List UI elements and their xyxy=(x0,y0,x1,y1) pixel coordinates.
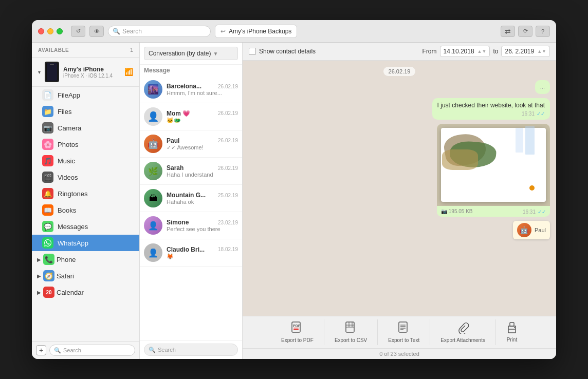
conv-search-area: 🔍 Search xyxy=(140,340,242,359)
sidebar-item-whatsapp[interactable]: WhatsApp xyxy=(32,235,139,251)
help-button[interactable]: ? xyxy=(536,26,550,37)
titlebar-search[interactable]: 🔍 Search xyxy=(108,26,211,37)
sidebar-item-label: Ringtones xyxy=(58,190,88,198)
conv-date: 25.02.19 xyxy=(218,193,238,198)
main-content: AVAILABLE 1 ▾ Amy's iPhone iPhone X · iO… xyxy=(32,43,556,359)
music-icon: 🎵 xyxy=(42,155,53,166)
search-icon: 🔍 xyxy=(54,347,61,354)
image-footer: 📷 195.05 KB 16:31 ✓✓ xyxy=(437,206,550,217)
message-check-1: ✓✓ xyxy=(537,111,545,117)
conv-date: 26.02.19 xyxy=(218,84,238,89)
from-date-value: 14.10.2018 xyxy=(444,48,474,55)
photos-icon: 🌸 xyxy=(42,139,53,150)
add-button[interactable]: + xyxy=(36,345,46,355)
conv-item-simone[interactable]: 👤 Simone 23.02.19 Perfect see you there xyxy=(140,212,242,239)
export-attachments-button[interactable]: Export Attachments xyxy=(430,319,496,345)
sidebar-item-camera[interactable]: 📷 Camera xyxy=(32,120,139,136)
sidebar-item-calendar[interactable]: ▶ 20 Calendar xyxy=(32,284,139,300)
sidebar-item-fileapp[interactable]: 📄 FileApp xyxy=(32,87,139,103)
whatsapp-icon xyxy=(42,237,53,249)
sidebar-item-files[interactable]: 📁 Files xyxy=(32,103,139,120)
titlebar-search-placeholder: Search xyxy=(122,28,142,35)
conv-avatar: 🏔 xyxy=(144,189,162,207)
sidebar-item-ringtones[interactable]: 🔔 Ringtones xyxy=(32,185,139,202)
camera-icon-small: 📷 xyxy=(441,209,447,214)
image-meta: 16:31 ✓✓ xyxy=(523,209,546,215)
sidebar-item-messages[interactable]: 💬 Messages xyxy=(32,218,139,235)
date-range: From 14.10.2018 ▲▼ to 26. 2.2019 ▲▼ xyxy=(422,46,550,57)
print-icon xyxy=(506,322,518,336)
message-bubble-1[interactable]: I just checked their website, look at th… xyxy=(432,98,550,120)
to-date-input[interactable]: 26. 2.2019 ▲▼ xyxy=(501,46,550,57)
message-meta-1: 16:31 ✓✓ xyxy=(437,111,545,117)
eye-button[interactable]: 👁 xyxy=(89,26,104,37)
from-date-input[interactable]: 14.10.2018 ▲▼ xyxy=(440,46,490,57)
svg-rect-14 xyxy=(508,329,516,333)
arrows-button[interactable]: ⇄ xyxy=(501,26,515,37)
message-bubble-partial[interactable]: ... xyxy=(535,80,550,94)
export-csv-button[interactable]: Export to CSV xyxy=(324,319,378,345)
collapse-arrow: ▾ xyxy=(38,69,41,75)
sidebar-item-phone[interactable]: ▶ 📞 Phone xyxy=(32,251,139,268)
sender-tag-area: 🤖 Paul xyxy=(513,221,550,237)
close-button[interactable] xyxy=(38,28,44,34)
attachments-icon xyxy=(457,321,469,336)
show-contact-label: Show contact details xyxy=(259,48,316,55)
message-image-bubble[interactable]: 📷 195.05 KB 16:31 ✓✓ xyxy=(437,124,550,217)
sidebar-search[interactable]: 🔍 Search xyxy=(49,345,135,356)
export-attachments-label: Export Attachments xyxy=(440,337,485,343)
image-check: ✓✓ xyxy=(538,209,546,215)
svg-rect-9 xyxy=(399,322,407,332)
sender-name: Paul xyxy=(535,227,546,233)
conv-search-box[interactable]: 🔍 Search xyxy=(144,344,238,356)
date-bubble: 26.02.19 xyxy=(383,67,416,76)
conv-filter-dropdown[interactable]: Conversation (by date) ▼ xyxy=(144,47,238,60)
titlebar: ↺ 👁 🔍 Search ↩ Amy's iPhone Backups ⇄ ⟳ … xyxy=(32,20,556,43)
to-date-value: 26. 2.2019 xyxy=(505,48,534,55)
status-text: 0 of 23 selected xyxy=(379,351,419,357)
export-text-button[interactable]: Export to Text xyxy=(378,319,430,345)
device-name: Amy's iPhone xyxy=(63,66,120,73)
sidebar-item-safari[interactable]: ▶ 🧭 Safari xyxy=(32,268,139,284)
sidebar-item-photos[interactable]: 🌸 Photos xyxy=(32,136,139,153)
show-contact[interactable]: Show contact details xyxy=(249,48,316,55)
conv-preview: 🦊 xyxy=(167,253,238,260)
device-item[interactable]: ▾ Amy's iPhone iPhone X · iOS 12.1.4 📶 xyxy=(32,58,139,87)
conv-name: Simone xyxy=(167,219,189,226)
conv-item-mountain[interactable]: 🏔 Mountain G... 25.02.19 Hahaha ok xyxy=(140,185,242,212)
conv-avatar: 👤 xyxy=(144,107,162,126)
conv-details: Sarah 26.02.19 Haha I understand xyxy=(167,164,238,178)
print-button[interactable]: Print xyxy=(496,320,528,345)
device-selector[interactable]: ↩ Amy's iPhone Backups xyxy=(215,25,297,38)
messages-content: 26.02.19 ... I just checked their websit… xyxy=(243,61,556,316)
calendar-icon: 20 xyxy=(43,287,54,298)
date-stepper[interactable]: ▲▼ xyxy=(537,49,546,54)
minimize-button[interactable] xyxy=(47,28,53,34)
show-contact-checkbox[interactable] xyxy=(249,48,256,55)
sidebar-item-label: Safari xyxy=(57,272,74,280)
status-bar: 0 of 23 selected xyxy=(243,348,556,359)
date-stepper[interactable]: ▲▼ xyxy=(477,49,487,54)
conv-date: 23.02.19 xyxy=(218,220,238,225)
message-toolbar: Show contact details From 14.10.2018 ▲▼ … xyxy=(243,43,556,61)
conv-item-sarah[interactable]: 🌿 Sarah 26.02.19 Haha I understand xyxy=(140,158,242,185)
image-time: 16:31 xyxy=(523,209,536,215)
message-time-1: 16:31 xyxy=(522,111,535,117)
sidebar-item-books[interactable]: 📖 Books xyxy=(32,202,139,218)
search-icon: 🔍 xyxy=(149,347,156,353)
export-csv-label: Export to CSV xyxy=(335,337,367,343)
device-sub: iPhone X · iOS 12.1.4 xyxy=(63,73,120,79)
conv-item-claudio[interactable]: 👤 Claudio Bri... 18.02.19 🦊 xyxy=(140,239,242,267)
sidebar-header: AVAILABLE 1 xyxy=(32,43,139,58)
sidebar-search-placeholder: Search xyxy=(63,347,81,353)
export-pdf-button[interactable]: PDF Export to PDF xyxy=(271,319,324,345)
conv-item-barcelona[interactable]: 🌆 Barcelona... 26.02.19 Hmmm, I'm not su… xyxy=(140,76,242,103)
conv-item-mom[interactable]: 👤 Mom 💗 26.02.19 🐱🐲 xyxy=(140,103,242,130)
conv-item-paul[interactable]: 🤖 Paul 26.02.19 ✓✓ Awesome! xyxy=(140,130,242,158)
sidebar-item-videos[interactable]: 🎬 Videos xyxy=(32,169,139,185)
conversations-panel: Conversation (by date) ▼ Message 🌆 Barce… xyxy=(140,43,243,359)
sidebar-item-music[interactable]: 🎵 Music xyxy=(32,153,139,169)
refresh-button[interactable]: ↺ xyxy=(71,26,85,37)
settings-button[interactable]: ⟳ xyxy=(518,26,532,37)
maximize-button[interactable] xyxy=(57,28,63,34)
